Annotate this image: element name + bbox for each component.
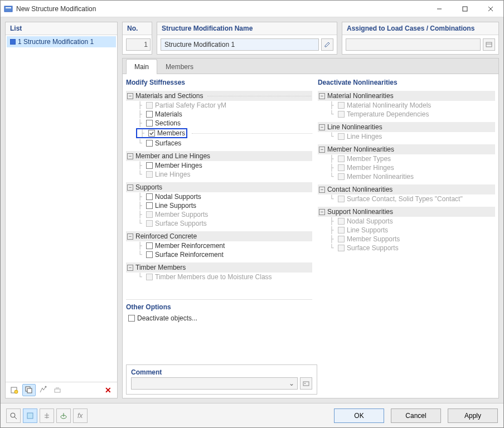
item-sup-line: Line Supports: [347, 226, 388, 234]
item-rc-member: Member Reinforcement: [155, 242, 225, 250]
checkbox-deactivate-objects[interactable]: [128, 315, 135, 322]
content-area: List 1 Structure Modification 1 ✕ No.: [1, 17, 503, 403]
window-title: New Structure Modification: [16, 5, 96, 13]
new-item-button[interactable]: [8, 384, 21, 396]
deactivate-header: Deactivate Nonlinearities: [318, 77, 495, 87]
checkbox-sup-nodal: [338, 218, 345, 225]
checkbox-surfaces[interactable]: [146, 140, 153, 147]
footer-tool-4[interactable]: [56, 408, 71, 423]
svg-text:fx: fx: [77, 412, 83, 420]
checkbox-members[interactable]: [148, 130, 155, 137]
tab-main[interactable]: Main: [126, 59, 157, 74]
cancel-button[interactable]: Cancel: [391, 408, 441, 423]
list-item-label: 1 Structure Modification 1: [18, 38, 94, 46]
checkbox-nodal-supports[interactable]: [146, 193, 153, 200]
checkbox-line-hinges: [146, 171, 153, 178]
rename-button[interactable]: [321, 38, 333, 51]
svg-line-17: [14, 417, 17, 419]
checkbox-line-hinges-nl: [338, 133, 345, 140]
footer-tool-3[interactable]: [40, 408, 54, 423]
expand-icon[interactable]: −: [127, 93, 133, 99]
expand-icon[interactable]: −: [127, 153, 133, 159]
checkbox-sup-surface: [338, 245, 345, 251]
expand-icon[interactable]: −: [319, 147, 325, 153]
deactivate-column: Deactivate Nonlinearities −Material Nonl…: [318, 77, 495, 361]
copy-item-button[interactable]: [22, 384, 36, 396]
assign-edit-button[interactable]: [483, 38, 495, 51]
item-psf: Partial Safety Factor γM: [155, 101, 226, 109]
item-surface-supports: Surface Supports: [155, 220, 207, 227]
item-members: Members: [157, 129, 185, 137]
checkbox-mat-models: [338, 102, 345, 109]
checkbox-timber-moist: [146, 274, 153, 280]
item-timber-moist: Timber Members due to Moisture Class: [155, 273, 272, 281]
footer-tool-5[interactable]: fx: [73, 408, 88, 423]
footer: fx OK Cancel Apply: [1, 403, 503, 427]
expand-icon[interactable]: −: [319, 187, 325, 193]
assign-input[interactable]: [346, 38, 481, 51]
item-contact: Surface Contact, Solid Types "Contact": [347, 195, 463, 203]
svg-rect-12: [486, 42, 492, 47]
checkbox-contact: [338, 196, 345, 202]
item-materials: Materials: [155, 110, 182, 118]
group-mlh: Member and Line Hinges: [135, 152, 210, 160]
expand-icon[interactable]: −: [319, 124, 325, 130]
close-button[interactable]: [478, 1, 503, 17]
checkbox-line-supports[interactable]: [146, 202, 153, 209]
checkbox-mem-types: [338, 155, 345, 162]
list-item-icon: [10, 39, 16, 45]
checkbox-materials[interactable]: [146, 111, 153, 118]
svg-rect-18: [27, 413, 33, 419]
item-member-supports: Member Supports: [155, 211, 208, 218]
group-supports: Supports: [135, 183, 162, 191]
tab-members[interactable]: Members: [157, 59, 202, 74]
svg-rect-11: [55, 389, 60, 392]
item-sup-nodal: Nodal Supports: [347, 217, 393, 225]
item-sup-surface: Surface Supports: [347, 244, 399, 252]
svg-point-10: [45, 386, 47, 388]
checkbox-sup-line: [338, 227, 345, 234]
checkbox-psf: [146, 102, 153, 109]
checkbox-mem-nl: [338, 173, 345, 180]
group-support-nl: Support Nonlinearities: [327, 208, 393, 216]
item-sup-member: Member Supports: [347, 235, 400, 243]
expand-icon[interactable]: −: [127, 265, 133, 271]
svg-rect-9: [27, 388, 32, 393]
expand-icon[interactable]: −: [319, 93, 325, 99]
expand-icon[interactable]: −: [127, 184, 133, 191]
group-mat-nl: Material Nonlinearities: [327, 92, 394, 100]
group-timber: Timber Members: [135, 264, 186, 271]
name-input[interactable]: [161, 38, 319, 51]
group-member-nl: Member Nonlinearities: [327, 145, 394, 153]
no-input[interactable]: [126, 38, 151, 51]
toolbar-button-4[interactable]: [51, 384, 65, 396]
item-temp-dep: Temperature Dependencies: [347, 110, 429, 118]
footer-tool-2[interactable]: [23, 408, 37, 423]
checkbox-member-hinges[interactable]: [146, 162, 153, 169]
list-item[interactable]: 1 Structure Modification 1: [7, 36, 116, 47]
svg-rect-1: [6, 7, 11, 8]
comment-combo[interactable]: ⌄: [131, 377, 298, 390]
modify-header: Modify Stiffnesses: [126, 77, 312, 87]
tabs-panel: Main Members Modify Stiffnesses −Materia…: [122, 58, 499, 398]
ok-button[interactable]: OK: [334, 408, 384, 423]
comment-edit-button[interactable]: [300, 377, 312, 390]
item-line-supports: Line Supports: [155, 202, 196, 210]
top-fields: No. Structure Modification Name Assigned…: [122, 22, 499, 55]
checkbox-rc-member[interactable]: [146, 242, 153, 249]
maximize-button[interactable]: [452, 1, 478, 17]
comment-header: Comment: [131, 367, 312, 377]
checkbox-rc-surface[interactable]: [146, 251, 153, 258]
expand-icon[interactable]: −: [127, 234, 133, 240]
checkbox-sections[interactable]: [146, 120, 153, 127]
checkbox-temp-dep: [338, 111, 345, 118]
toolbar-button-3[interactable]: [37, 384, 50, 396]
footer-tool-search[interactable]: [6, 408, 21, 423]
expand-icon[interactable]: −: [319, 209, 325, 215]
apply-button[interactable]: Apply: [448, 408, 498, 423]
minimize-button[interactable]: [427, 1, 452, 17]
item-member-hinges: Member Hinges: [155, 162, 202, 169]
item-surfaces: Surfaces: [155, 139, 181, 147]
delete-item-button[interactable]: ✕: [101, 384, 115, 396]
item-nodal-supports: Nodal Supports: [155, 193, 201, 201]
